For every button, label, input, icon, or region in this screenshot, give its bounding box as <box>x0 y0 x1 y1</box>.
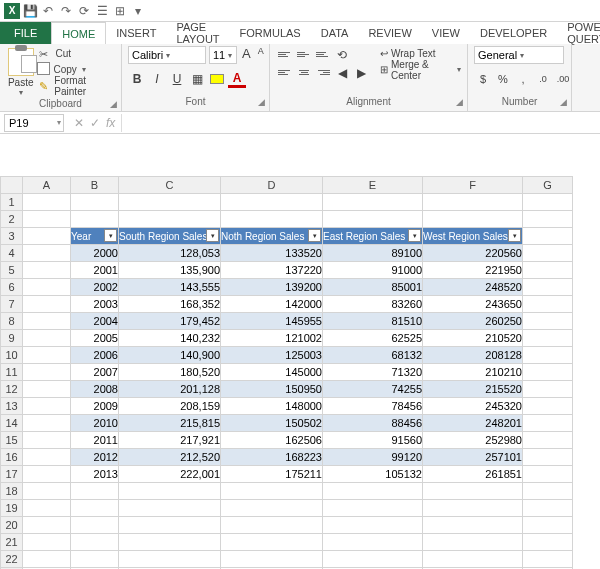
align-bottom-button[interactable] <box>314 46 332 62</box>
table-cell[interactable]: 175211 <box>221 466 323 483</box>
table-cell[interactable]: 139200 <box>221 279 323 296</box>
table-cell[interactable]: 133520 <box>221 245 323 262</box>
table-cell[interactable]: 212,520 <box>119 449 221 466</box>
cell[interactable] <box>523 228 573 245</box>
qat-customize-icon[interactable]: ▾ <box>130 3 146 19</box>
filter-dropdown-icon[interactable]: ▾ <box>206 229 219 242</box>
cell[interactable] <box>221 211 323 228</box>
cell[interactable] <box>71 194 119 211</box>
cell[interactable] <box>23 279 71 296</box>
table-cell[interactable]: 248201 <box>423 415 523 432</box>
dialog-launcher-icon[interactable]: ◢ <box>456 95 463 109</box>
table-cell[interactable]: 2013 <box>71 466 119 483</box>
name-box[interactable]: P19 <box>4 114 64 132</box>
table-header-cell[interactable]: Noth Region Sales▾ <box>221 228 323 245</box>
table-cell[interactable]: 168223 <box>221 449 323 466</box>
row-header[interactable]: 13 <box>1 398 23 415</box>
cell[interactable] <box>523 551 573 568</box>
comma-button[interactable]: , <box>514 70 532 88</box>
table-cell[interactable]: 2008 <box>71 381 119 398</box>
table-cell[interactable]: 62525 <box>323 330 423 347</box>
table-cell[interactable]: 201,128 <box>119 381 221 398</box>
cell[interactable] <box>23 228 71 245</box>
table-cell[interactable]: 125003 <box>221 347 323 364</box>
cell[interactable] <box>523 279 573 296</box>
cell[interactable] <box>23 466 71 483</box>
cell[interactable] <box>523 415 573 432</box>
table-cell[interactable]: 248520 <box>423 279 523 296</box>
row-header[interactable]: 7 <box>1 296 23 313</box>
table-cell[interactable]: 81510 <box>323 313 423 330</box>
table-cell[interactable]: 145955 <box>221 313 323 330</box>
dialog-launcher-icon[interactable]: ◢ <box>258 95 265 109</box>
cell[interactable] <box>523 534 573 551</box>
cell[interactable] <box>119 211 221 228</box>
cell[interactable] <box>119 551 221 568</box>
align-middle-button[interactable] <box>295 46 313 62</box>
table-cell[interactable]: 210210 <box>423 364 523 381</box>
table-cell[interactable]: 78456 <box>323 398 423 415</box>
cell[interactable] <box>23 432 71 449</box>
cell[interactable] <box>119 483 221 500</box>
column-header[interactable]: G <box>523 177 573 194</box>
format-painter-button[interactable]: Format Painter <box>39 78 115 93</box>
dialog-launcher-icon[interactable]: ◢ <box>110 97 117 111</box>
table-cell[interactable]: 208128 <box>423 347 523 364</box>
row-header[interactable]: 8 <box>1 313 23 330</box>
cell[interactable] <box>221 534 323 551</box>
table-cell[interactable]: 2002 <box>71 279 119 296</box>
shrink-font-button[interactable]: A <box>256 46 266 64</box>
table-cell[interactable]: 150502 <box>221 415 323 432</box>
merge-center-button[interactable]: ⊞Merge & Center▾ <box>380 62 461 77</box>
cell[interactable] <box>221 483 323 500</box>
dialog-launcher-icon[interactable]: ◢ <box>560 95 567 109</box>
table-cell[interactable]: 222,001 <box>119 466 221 483</box>
table-cell[interactable]: 150950 <box>221 381 323 398</box>
table-cell[interactable]: 162506 <box>221 432 323 449</box>
row-header[interactable]: 15 <box>1 432 23 449</box>
cell[interactable] <box>523 483 573 500</box>
row-header[interactable]: 20 <box>1 517 23 534</box>
table-cell[interactable]: 243650 <box>423 296 523 313</box>
table-cell[interactable]: 2011 <box>71 432 119 449</box>
row-header[interactable]: 10 <box>1 347 23 364</box>
table-cell[interactable]: 252980 <box>423 432 523 449</box>
table-cell[interactable]: 89100 <box>323 245 423 262</box>
font-name-dropdown[interactable]: Calibri <box>128 46 206 64</box>
number-format-dropdown[interactable]: General <box>474 46 564 64</box>
filter-dropdown-icon[interactable]: ▾ <box>308 229 321 242</box>
undo-icon[interactable]: ↶ <box>40 3 56 19</box>
cell[interactable] <box>23 313 71 330</box>
table-cell[interactable]: 140,900 <box>119 347 221 364</box>
cell[interactable] <box>119 194 221 211</box>
cell[interactable] <box>119 517 221 534</box>
tab-power-query[interactable]: POWER QUERY <box>557 22 600 44</box>
cell[interactable] <box>423 517 523 534</box>
row-header[interactable]: 9 <box>1 330 23 347</box>
cell[interactable] <box>23 483 71 500</box>
table-cell[interactable]: 257101 <box>423 449 523 466</box>
cell[interactable] <box>423 500 523 517</box>
column-header[interactable]: D <box>221 177 323 194</box>
table-cell[interactable]: 143,555 <box>119 279 221 296</box>
table-cell[interactable]: 180,520 <box>119 364 221 381</box>
table-cell[interactable]: 91560 <box>323 432 423 449</box>
cell[interactable] <box>323 194 423 211</box>
cell[interactable] <box>423 551 523 568</box>
tab-view[interactable]: VIEW <box>422 22 470 44</box>
cell[interactable] <box>71 483 119 500</box>
table-cell[interactable]: 2010 <box>71 415 119 432</box>
cell[interactable] <box>523 194 573 211</box>
cell[interactable] <box>23 415 71 432</box>
table-cell[interactable]: 208,159 <box>119 398 221 415</box>
table-cell[interactable]: 137220 <box>221 262 323 279</box>
cell[interactable] <box>71 211 119 228</box>
table-cell[interactable]: 140,232 <box>119 330 221 347</box>
filter-dropdown-icon[interactable]: ▾ <box>408 229 421 242</box>
cell[interactable] <box>23 364 71 381</box>
cell[interactable] <box>523 466 573 483</box>
cell[interactable] <box>23 398 71 415</box>
cell[interactable] <box>221 551 323 568</box>
table-cell[interactable]: 245320 <box>423 398 523 415</box>
cell[interactable] <box>523 296 573 313</box>
